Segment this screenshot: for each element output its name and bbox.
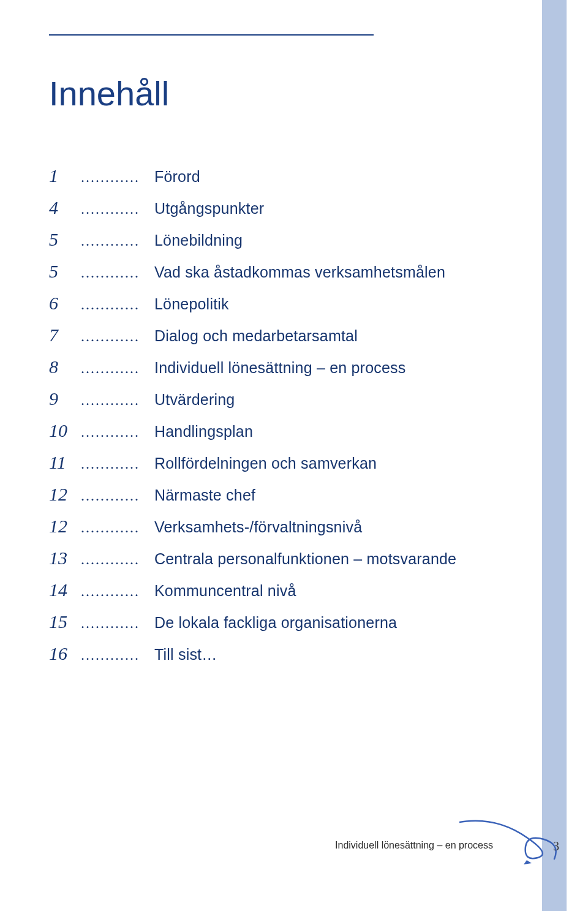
- toc-label: Verksamhets-/förvaltningsnivå: [154, 518, 362, 536]
- toc-leader-dots: ............: [81, 583, 154, 600]
- toc-label: Utvärdering: [154, 391, 235, 409]
- toc-label: Förord: [154, 168, 200, 186]
- toc-page-number: 16: [49, 643, 81, 664]
- toc-page-number: 11: [49, 452, 81, 473]
- page-title: Innehåll: [49, 74, 169, 113]
- toc-leader-dots: ............: [81, 647, 154, 663]
- toc-page-number: 6: [49, 293, 81, 314]
- toc-row: 14............ Kommuncentral nivå: [49, 580, 551, 600]
- toc-label: Kommuncentral nivå: [154, 582, 296, 600]
- toc-row: 1............ Förord: [49, 165, 551, 186]
- toc-leader-dots: ............: [81, 551, 154, 568]
- toc-leader-dots: ............: [81, 201, 154, 217]
- toc-leader-dots: ............: [81, 360, 154, 377]
- toc-row: 16............ Till sist…: [49, 643, 551, 664]
- table-of-contents: 1............ Förord4............ Utgång…: [49, 165, 551, 675]
- toc-row: 5............ Lönebildning: [49, 229, 551, 250]
- toc-label: Lönebildning: [154, 232, 243, 249]
- toc-leader-dots: ............: [81, 265, 154, 281]
- toc-leader-dots: ............: [81, 297, 154, 313]
- page-footer: Individuell lönesättning – en process 3: [0, 813, 588, 868]
- toc-label: Vad ska åstadkommas verksamhetsmålen: [154, 263, 445, 281]
- top-horizontal-rule: [49, 34, 374, 36]
- toc-page-number: 10: [49, 420, 81, 441]
- footer-running-title: Individuell lönesättning – en process: [335, 840, 493, 851]
- toc-leader-dots: ............: [81, 488, 154, 504]
- toc-page-number: 7: [49, 325, 81, 346]
- toc-row: 11............ Rollfördelningen och samv…: [49, 452, 551, 473]
- toc-leader-dots: ............: [81, 169, 154, 186]
- toc-page-number: 12: [49, 484, 81, 505]
- page-container: Innehåll 1............ Förord4..........…: [0, 0, 588, 911]
- toc-label: Till sist…: [154, 646, 217, 663]
- toc-page-number: 15: [49, 611, 81, 632]
- toc-label: Närmaste chef: [154, 486, 255, 504]
- toc-row: 7............ Dialog och medarbetarsamta…: [49, 325, 551, 346]
- toc-row: 4............ Utgångspunkter: [49, 197, 551, 218]
- toc-leader-dots: ............: [81, 392, 154, 409]
- footer-page-number: 3: [553, 839, 559, 853]
- toc-row: 10............ Handlingsplan: [49, 420, 551, 441]
- toc-row: 13............ Centrala personalfunktion…: [49, 548, 551, 569]
- toc-row: 9............ Utvärdering: [49, 388, 551, 409]
- toc-label: Centrala personalfunktionen – motsvarand…: [154, 550, 456, 568]
- toc-row: 5............ Vad ska åstadkommas verksa…: [49, 261, 551, 282]
- toc-page-number: 12: [49, 516, 81, 537]
- toc-page-number: 5: [49, 229, 81, 250]
- toc-label: Lönepolitik: [154, 295, 229, 313]
- toc-label: De lokala fackliga organisationerna: [154, 614, 397, 632]
- toc-label: Utgångspunkter: [154, 200, 264, 217]
- toc-leader-dots: ............: [81, 456, 154, 472]
- toc-label: Handlingsplan: [154, 423, 253, 440]
- toc-page-number: 5: [49, 261, 81, 282]
- toc-page-number: 4: [49, 197, 81, 218]
- toc-page-number: 9: [49, 388, 81, 409]
- toc-label: Individuell lönesättning – en process: [154, 359, 405, 377]
- toc-page-number: 8: [49, 357, 81, 377]
- toc-label: Dialog och medarbetarsamtal: [154, 327, 358, 345]
- toc-page-number: 13: [49, 548, 81, 569]
- toc-leader-dots: ............: [81, 615, 154, 632]
- swirl-decoration-icon: [459, 804, 570, 871]
- toc-page-number: 1: [49, 165, 81, 186]
- toc-row: 12............ Närmaste chef: [49, 484, 551, 505]
- toc-row: 15............ De lokala fackliga organi…: [49, 611, 551, 632]
- toc-page-number: 14: [49, 580, 81, 600]
- toc-row: 12............ Verksamhets-/förvaltnings…: [49, 516, 551, 537]
- toc-leader-dots: ............: [81, 424, 154, 440]
- toc-leader-dots: ............: [81, 328, 154, 345]
- toc-row: 8............ Individuell lönesättning –…: [49, 357, 551, 377]
- toc-label: Rollfördelningen och samverkan: [154, 455, 377, 472]
- toc-row: 6............ Lönepolitik: [49, 293, 551, 314]
- toc-leader-dots: ............: [81, 233, 154, 249]
- toc-leader-dots: ............: [81, 520, 154, 536]
